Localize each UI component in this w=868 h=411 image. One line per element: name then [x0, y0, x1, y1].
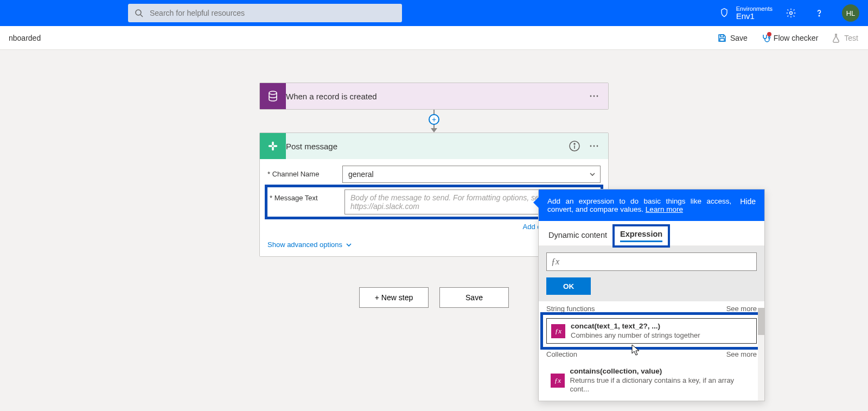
- fx-badge-icon: ƒx: [551, 374, 565, 388]
- slack-icon: [260, 133, 286, 159]
- svg-point-8: [590, 96, 592, 97]
- save-button[interactable]: Save: [716, 31, 749, 45]
- svg-point-20: [597, 146, 598, 147]
- search-wrap: [128, 4, 402, 22]
- fn-contains-block: ƒx contains(collection, value) Returns t…: [543, 361, 760, 400]
- flow-checker-button[interactable]: Flow checker: [760, 31, 819, 45]
- beaker-icon: [831, 33, 841, 43]
- fx-icon: ƒx: [551, 257, 559, 267]
- svg-point-3: [819, 15, 819, 16]
- svg-rect-13: [272, 147, 274, 150]
- panel-tabs: Dynamic content Expression: [539, 221, 764, 246]
- chevron-down-icon: [589, 170, 596, 178]
- hide-panel-link[interactable]: Hide: [740, 197, 756, 213]
- svg-point-18: [590, 146, 592, 147]
- action-menu-button[interactable]: [584, 136, 604, 156]
- search-input[interactable]: [128, 4, 402, 22]
- tab-dynamic-content[interactable]: Dynamic content: [546, 226, 609, 245]
- new-step-button[interactable]: + New step: [359, 287, 429, 308]
- svg-point-7: [269, 91, 277, 94]
- search-icon: [135, 9, 143, 17]
- fn-concat[interactable]: ƒx concat(text_1, text_2?, ...) Combines…: [546, 318, 757, 344]
- section-string-functions: String functions See more: [539, 301, 764, 315]
- insert-step-button[interactable]: +: [429, 114, 439, 125]
- see-more-string[interactable]: See more: [726, 305, 757, 313]
- svg-point-19: [593, 146, 595, 147]
- svg-point-17: [574, 143, 575, 144]
- panel-header: Add an expression to do basic things lik…: [539, 189, 764, 221]
- save-icon: [717, 33, 727, 43]
- trigger-card[interactable]: When a record is created: [259, 83, 609, 110]
- ok-button[interactable]: OK: [546, 277, 591, 295]
- bottom-buttons: + New step Save: [359, 287, 509, 308]
- gear-icon[interactable]: [786, 8, 796, 18]
- environment-label: Environments: [736, 5, 773, 12]
- concat-highlight: ƒx concat(text_1, text_2?, ...) Combines…: [543, 315, 760, 347]
- svg-rect-5: [720, 39, 724, 41]
- breadcrumb: nboarded: [9, 34, 41, 42]
- test-button[interactable]: Test: [830, 31, 859, 45]
- channel-row: * Channel Name general: [267, 166, 601, 183]
- channel-select[interactable]: general: [342, 166, 601, 183]
- info-button[interactable]: [565, 136, 584, 156]
- database-icon: [260, 83, 286, 109]
- see-more-collection[interactable]: See more: [726, 350, 757, 358]
- expression-input[interactable]: ƒx: [546, 252, 757, 271]
- message-label: * Message Text: [270, 189, 340, 202]
- svg-rect-4: [720, 35, 724, 37]
- svg-line-1: [141, 15, 143, 17]
- svg-point-9: [593, 96, 595, 97]
- svg-rect-12: [273, 145, 277, 147]
- header-bar: Environments Env1 HL: [0, 0, 868, 26]
- test-label: Test: [844, 34, 858, 42]
- tab-expression-highlight: Expression: [615, 226, 668, 245]
- trigger-title: When a record is created: [286, 92, 584, 101]
- svg-point-6: [768, 36, 770, 38]
- fx-badge-icon: ƒx: [551, 324, 565, 338]
- svg-rect-11: [272, 142, 274, 146]
- command-bar: nboarded Save Flow checker Test: [0, 26, 868, 50]
- action-header[interactable]: Post message: [260, 133, 608, 159]
- section-collection: Collection See more: [539, 347, 764, 361]
- connector-arrow: +: [433, 110, 435, 132]
- chevron-down-icon: [346, 242, 352, 248]
- action-title: Post message: [286, 142, 565, 151]
- svg-point-0: [136, 10, 141, 15]
- save-flow-button[interactable]: Save: [439, 287, 509, 308]
- svg-point-2: [790, 12, 793, 15]
- expression-body: ƒx OK: [539, 246, 764, 301]
- alert-dot-icon: [767, 32, 771, 36]
- fn-contains[interactable]: ƒx contains(collection, value) Returns t…: [546, 364, 757, 397]
- trigger-menu-button[interactable]: [584, 86, 604, 106]
- avatar[interactable]: HL: [842, 4, 859, 22]
- svg-rect-14: [269, 145, 272, 147]
- save-label: Save: [730, 34, 748, 42]
- svg-point-10: [597, 96, 598, 97]
- tab-expression[interactable]: Expression: [620, 230, 662, 242]
- environment-name: Env1: [736, 12, 773, 21]
- help-icon[interactable]: [814, 8, 825, 18]
- environment-picker[interactable]: Environments Env1: [719, 5, 773, 21]
- stethoscope-icon: [761, 33, 770, 43]
- learn-more-link[interactable]: Learn more: [646, 205, 683, 213]
- expression-panel: Add an expression to do basic things lik…: [538, 189, 765, 401]
- channel-label: * Channel Name: [267, 166, 338, 178]
- panel-scrollbar[interactable]: [758, 308, 764, 401]
- channel-value: general: [348, 170, 374, 179]
- flow-checker-label: Flow checker: [774, 34, 818, 42]
- environment-icon: [719, 8, 730, 18]
